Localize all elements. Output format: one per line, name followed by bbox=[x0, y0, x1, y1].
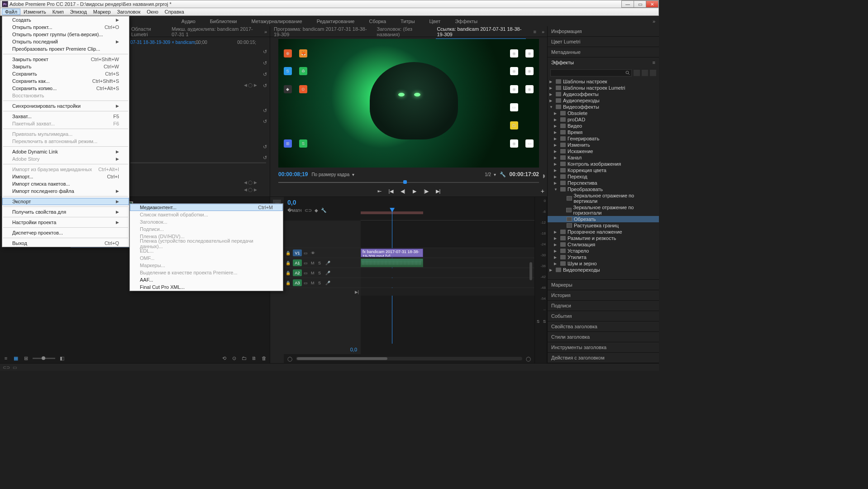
tree-node[interactable]: ▶Прозрачное наложение bbox=[548, 229, 659, 235]
panel-overflow-icon[interactable]: » bbox=[542, 29, 544, 34]
menu-item[interactable]: Final Cut Pro XML... bbox=[130, 283, 283, 291]
mic-icon[interactable]: 🎤 bbox=[325, 281, 331, 285]
close-button[interactable]: ✕ bbox=[646, 0, 658, 8]
timeline-timecode[interactable]: 0,0 bbox=[287, 199, 357, 206]
menu-эпизод[interactable]: Эпизод bbox=[67, 9, 90, 15]
mic-icon[interactable]: 🎤 bbox=[325, 271, 331, 275]
menu-изменить[interactable]: Изменить bbox=[20, 9, 49, 15]
tree-node[interactable]: ▶Видеопереходы bbox=[548, 267, 659, 273]
menu-item[interactable]: Открыть последний▶ bbox=[2, 38, 129, 45]
panel-menu-icon[interactable]: ≡ bbox=[653, 60, 655, 65]
menu-item[interactable]: Закрыть проектCtrl+Shift+W bbox=[2, 56, 129, 63]
menu-item[interactable]: AAF... bbox=[130, 276, 283, 283]
track-label[interactable]: A3 bbox=[293, 279, 302, 286]
menu-item[interactable]: Импорт списка пакетов... bbox=[2, 180, 129, 187]
minimize-button[interactable]: — bbox=[621, 0, 634, 8]
tree-node[interactable]: ▶Искажение bbox=[548, 148, 659, 154]
tree-node[interactable]: ▶Obsolete bbox=[548, 110, 659, 116]
workspace-overflow-icon[interactable]: » bbox=[653, 19, 655, 24]
step-back-icon[interactable]: |◀ bbox=[387, 187, 395, 195]
preset-icon[interactable] bbox=[642, 70, 648, 76]
mute-toggle[interactable]: M bbox=[311, 281, 316, 285]
loop-icon[interactable]: ↺ bbox=[263, 49, 267, 55]
loop-icon[interactable]: ↺ bbox=[263, 60, 267, 66]
program-viewer[interactable]: ⊕ 🦊 S ♻ ◆ ⊙ ⊞ S ◉ ◉ ◉ ◉ ◉ ◉ ▭ 🗀 ◉ ▭ bbox=[278, 39, 539, 168]
target-icon[interactable]: ▭ bbox=[304, 281, 309, 285]
panel-menu-icon[interactable]: ≡ bbox=[533, 29, 536, 34]
effects-search-input[interactable] bbox=[550, 69, 632, 77]
tree-node[interactable]: Обрезать bbox=[548, 216, 659, 222]
menu-клип[interactable]: Клип bbox=[49, 9, 67, 15]
tree-node[interactable]: ▶Размытие и резкость bbox=[548, 235, 659, 241]
tab-metadata[interactable]: Метаданные bbox=[548, 47, 659, 57]
tab-program[interactable]: Программа: bandicam 2017-07-31 18-38-19-… bbox=[273, 24, 371, 39]
menu-item[interactable]: Открыть проект группы (бета-версия)... bbox=[2, 31, 129, 38]
loop-icon[interactable]: ↺ bbox=[263, 72, 267, 77]
tab-Подписи[interactable]: Подписи bbox=[548, 301, 659, 311]
menu-item[interactable]: Adobe Dynamic Link▶ bbox=[2, 148, 129, 155]
track-label[interactable]: V1 bbox=[293, 249, 302, 256]
tree-node[interactable]: ▶Утилита bbox=[548, 254, 659, 260]
lock-icon[interactable]: 🔒 bbox=[286, 281, 291, 285]
panel-menu-icon[interactable]: » bbox=[264, 29, 267, 34]
menu-item[interactable]: Сохранить копию...Ctrl+Alt+S bbox=[2, 85, 129, 92]
zoom-in-icon[interactable]: ◯ bbox=[526, 356, 531, 361]
program-zoom-select[interactable]: По размеру кадра ▾ bbox=[311, 172, 354, 177]
tab-Свойства заголовка[interactable]: Свойства заголовка bbox=[548, 321, 659, 331]
timeline-ruler[interactable] bbox=[361, 197, 534, 221]
tab-lumetri-scopes[interactable]: Области Lumetri bbox=[130, 24, 165, 39]
menu-item[interactable]: Импорт...Ctrl+I bbox=[2, 173, 129, 180]
find-icon[interactable]: ⊙ bbox=[231, 355, 237, 361]
solo-toggle[interactable]: S bbox=[318, 261, 324, 265]
tree-node[interactable]: ▶Шум и зерно bbox=[548, 260, 659, 267]
preset-icon[interactable] bbox=[634, 70, 640, 76]
tree-node[interactable]: ▶Контроль изображения bbox=[548, 161, 659, 167]
menu-item[interactable]: ЗакрытьCtrl+W bbox=[2, 63, 129, 70]
marker-icon[interactable]: ◆ bbox=[315, 208, 318, 213]
tab-effects[interactable]: Эффекты≡ bbox=[548, 58, 659, 67]
new-item-icon[interactable]: 🗎 bbox=[251, 355, 257, 361]
menu-item[interactable]: Экспорт▶ bbox=[2, 198, 129, 205]
program-resolution-select[interactable]: 1/2 ▾ bbox=[485, 172, 496, 177]
thumb-size-slider[interactable] bbox=[33, 358, 55, 359]
program-timecode[interactable]: 00:00:08;19 bbox=[278, 171, 308, 177]
track-label[interactable]: A1 bbox=[293, 259, 302, 266]
lock-icon[interactable]: 🔒 bbox=[286, 271, 291, 275]
wrench-icon[interactable]: 🔧 bbox=[500, 172, 506, 177]
menu-item[interactable]: Захват...F5 bbox=[2, 113, 129, 120]
solo-toggle[interactable]: S bbox=[543, 319, 546, 324]
tab-lumetri-color[interactable]: Цвет Lumetri bbox=[548, 37, 659, 47]
tree-node[interactable]: Зеркальное отражение по вертикали bbox=[548, 192, 659, 204]
mute-toggle[interactable]: M bbox=[311, 271, 316, 275]
timeline-scrollbar[interactable] bbox=[296, 357, 522, 360]
settings-icon[interactable]: 🔧 bbox=[321, 208, 326, 213]
preset-icon[interactable] bbox=[650, 70, 656, 76]
menu-файл[interactable]: Файл bbox=[2, 9, 20, 15]
snap-icon[interactable]: �магн bbox=[287, 208, 302, 213]
tree-node[interactable]: ▶Устарело bbox=[548, 248, 659, 254]
video-clip[interactable]: fx bandicam 2017-07-31 18-38-19-309.mp4 … bbox=[361, 249, 423, 257]
mute-toggle[interactable]: M bbox=[311, 261, 316, 265]
tree-node[interactable]: ▶proDAD bbox=[548, 116, 659, 123]
sort-icon[interactable]: ◧ bbox=[59, 355, 65, 361]
play-icon[interactable]: ▶ bbox=[411, 187, 418, 195]
loop-icon[interactable]: ↺ bbox=[263, 144, 267, 150]
frame-back-icon[interactable]: ◀| bbox=[399, 187, 406, 195]
tree-node[interactable]: ▶Перспектива bbox=[548, 180, 659, 186]
tree-node[interactable]: ▶Стилизация bbox=[548, 241, 659, 248]
tree-node[interactable]: ▶Аудиопереходы bbox=[548, 97, 659, 104]
tree-node[interactable]: ▶Видео bbox=[548, 123, 659, 129]
tree-node[interactable]: ▶Шаблоны настроек bbox=[548, 78, 659, 85]
tree-node[interactable]: ▶Коррекция цвета bbox=[548, 167, 659, 173]
audio-clip[interactable] bbox=[361, 259, 423, 267]
tree-node[interactable]: Растушевка границ bbox=[548, 222, 659, 229]
tab-Действия с заголовком[interactable]: Действия с заголовком bbox=[548, 353, 659, 363]
tab-audio-mixer[interactable]: Микш. аудиоклипа: bandicam 2017-07-31 1 bbox=[171, 24, 259, 39]
zoom-out-icon[interactable]: ◯ bbox=[287, 356, 292, 361]
menu-item[interactable]: СохранитьCtrl+S bbox=[2, 70, 129, 77]
menu-item[interactable]: Сохранить как...Ctrl+Shift+S bbox=[2, 77, 129, 85]
tab-Инструменты заголовка[interactable]: Инструменты заголовка bbox=[548, 342, 659, 352]
maximize-button[interactable]: ▭ bbox=[634, 0, 646, 8]
tree-node[interactable]: Зеркальное отражение по горизонтали bbox=[548, 204, 659, 216]
menu-маркер[interactable]: Маркер bbox=[90, 9, 114, 15]
